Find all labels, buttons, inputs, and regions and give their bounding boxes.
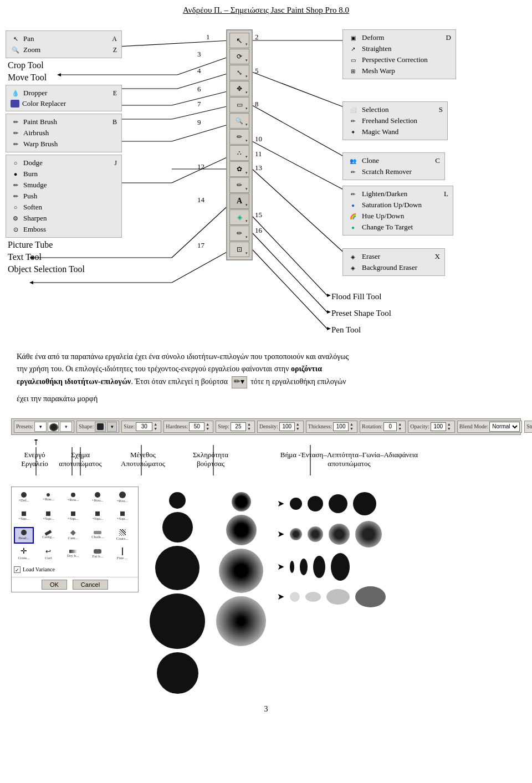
brush-cell-squ1[interactable]: +Squ... (14, 508, 34, 525)
color-replacer-icon (11, 100, 19, 108)
size-spinner[interactable]: ▲▼ (154, 422, 159, 431)
step-row-4: ➤ (277, 586, 386, 607)
num-8: 8 (255, 100, 259, 109)
brush-cell-def[interactable]: +Def... (14, 489, 34, 506)
tool-airbrush[interactable]: ✏ Airbrush (11, 127, 117, 139)
brush-cell-rou3[interactable]: +Rou... (88, 489, 108, 506)
step-input[interactable] (231, 422, 246, 431)
tool-emboss[interactable]: ⊙ Emboss (11, 224, 117, 235)
tool-pan[interactable]: ↖ Pan A (11, 33, 117, 44)
cancel-button[interactable]: Cancel (73, 580, 108, 590)
menu-item-perspective[interactable]: ▭ Perspective Correction (343, 54, 456, 65)
shape-dropdown[interactable]: ▾ (107, 422, 117, 432)
tb-btn-5[interactable]: ▭▾ (229, 97, 249, 112)
blend-mode-select[interactable]: Normal (489, 422, 520, 432)
step-group: Step: ▲▼ (216, 421, 255, 433)
presets-dropdown[interactable]: ▾ (34, 422, 47, 432)
thickness-spinner[interactable]: ▲▼ (350, 422, 355, 431)
tool-dodge[interactable]: ○ Dodge J (11, 157, 117, 168)
density-spinner[interactable]: ▲▼ (296, 422, 301, 431)
step-dot-2a (290, 528, 302, 540)
hardness-spinner[interactable]: ▲▼ (206, 422, 211, 431)
tb-btn-11[interactable]: A▾ (229, 193, 249, 209)
tool-warp-brush[interactable]: ✏ Warp Brush (11, 139, 117, 150)
menu-item-selection[interactable]: ⬜ Selection S (343, 104, 447, 115)
tb-btn-6[interactable]: 🔍▾ (229, 113, 249, 129)
tb-btn-8[interactable]: ∴▾ (229, 145, 249, 161)
menu-item-clone[interactable]: 👥 Clone C (343, 155, 444, 166)
crop-tool-label[interactable]: Crop Tool (6, 60, 122, 70)
picture-tube-label[interactable]: Picture Tube (6, 240, 122, 250)
tool-paint-brush[interactable]: ✏ Paint Brush B (11, 116, 117, 127)
brush-cell-callig[interactable]: Callig... (38, 527, 58, 544)
step-spinner[interactable]: ▲▼ (247, 422, 253, 431)
hardness-input[interactable] (189, 422, 204, 431)
tb-btn-9[interactable]: ✿▾ (229, 161, 249, 177)
tb-btn-12[interactable]: ◈▾ (229, 209, 249, 225)
tb-btn-7[interactable]: ✏▾ (229, 129, 249, 145)
tool-dropper[interactable]: 💧 Dropper E (11, 88, 117, 99)
menu-item-eraser[interactable]: ◈ Eraser X (343, 251, 444, 262)
menu-item-mesh-warp[interactable]: ⊞ Mesh Warp (343, 65, 456, 76)
step-dot-4c (326, 589, 350, 605)
brush-cell-rou2[interactable]: +Rou... (63, 489, 83, 506)
opacity-spinner[interactable]: ▲▼ (447, 422, 453, 431)
tool-color-replacer[interactable]: Color Replacer (11, 99, 117, 109)
tb-btn-1[interactable]: ↖▾ (229, 33, 249, 48)
tb-btn-14[interactable]: ⊡▾ (229, 242, 249, 257)
menu-item-magic-wand[interactable]: ✦ Magic Wand (343, 126, 447, 137)
tool-sharpen[interactable]: ⚙ Sharpen (11, 213, 117, 224)
brush-cell-chalk[interactable]: Chalk... (88, 527, 108, 544)
tool-burn[interactable]: ● Burn (11, 168, 117, 180)
tool-soften[interactable]: ○ Soften (11, 202, 117, 213)
menu-item-scratch-remover[interactable]: ✏ Scratch Remover (343, 166, 444, 177)
ok-button[interactable]: OK (42, 580, 67, 590)
brush-cell-squ2[interactable]: +Squ... (38, 508, 58, 525)
brush-cell-fatb[interactable]: Fat b... (88, 546, 108, 562)
tb-btn-2[interactable]: ⟳▾ (229, 49, 249, 64)
brush-cell-cam[interactable]: Cam... (63, 527, 83, 544)
thickness-input[interactable] (333, 422, 349, 431)
tool-smudge[interactable]: ✏ Smudge (11, 180, 117, 191)
menu-item-bg-eraser[interactable]: ◈ Background Eraser (343, 262, 444, 273)
menu-item-hue[interactable]: 🌈 Hue Up/Down (343, 211, 453, 222)
tb-btn-4[interactable]: ✥▾ (229, 81, 249, 96)
density-input[interactable] (279, 422, 295, 431)
rotation-input[interactable] (383, 422, 397, 431)
load-variance-checkbox[interactable] (14, 566, 21, 573)
svg-line-4 (177, 55, 233, 75)
brush-cell-rou4[interactable]: +Rou... (112, 489, 132, 506)
brush-cell-squ5[interactable]: +Squ... (112, 508, 132, 525)
menu-item-saturation[interactable]: ● Saturation Up/Down (343, 199, 453, 211)
size-input[interactable] (136, 422, 152, 431)
lb-large2 (157, 652, 198, 694)
svg-line-23 (252, 141, 346, 191)
rotation-spinner[interactable]: ▲▼ (398, 422, 403, 431)
menu-item-change-target[interactable]: ● Change To Target (343, 222, 453, 233)
menu-item-deform[interactable]: ▣ Deform D (343, 32, 456, 43)
paint-brush-icon: ✏ (11, 117, 21, 127)
tb-btn-13[interactable]: ✏▾ (229, 226, 249, 241)
presets-options[interactable]: ▾ (60, 422, 72, 432)
menu-item-freehand[interactable]: ✏ Freehand Selection (343, 115, 447, 126)
brush-cell-squ3[interactable]: +Squ... (63, 508, 83, 525)
brush-cell-cross[interactable]: ✛ Cross... (14, 546, 34, 562)
brush-cell-bead[interactable]: Bead... (14, 527, 34, 544)
brush-cell-squ4[interactable]: +Squ... (88, 508, 108, 525)
tb-btn-10[interactable]: ✏▾ (229, 177, 249, 193)
menu-item-lighten[interactable]: ✏ Lighten/Darken L (343, 188, 453, 199)
tool-push[interactable]: ✏ Push (11, 191, 117, 202)
mesh-warp-icon: ⊞ (347, 66, 359, 75)
brush-cell-curl[interactable]: ↩ Curl (38, 546, 58, 562)
brush-cell-dryb[interactable]: Dry b... (63, 546, 83, 562)
brush-cell-coars[interactable]: Coars... (112, 527, 132, 544)
tb-btn-3[interactable]: ⤡▾ (229, 65, 249, 80)
brush-cell-rou1[interactable]: +Rou... (38, 489, 58, 506)
opacity-input[interactable] (431, 422, 446, 431)
move-tool-label[interactable]: Move Tool (6, 73, 122, 83)
brush-cell-fine[interactable]: Fine ... (112, 546, 132, 562)
tool-zoom[interactable]: 🔍 Zoom Z (11, 44, 117, 55)
object-selection-label[interactable]: Object Selection Tool (6, 264, 122, 274)
text-tool-label[interactable]: Text Tool (6, 252, 122, 262)
menu-item-straighten[interactable]: ↗ Straighten (343, 43, 456, 54)
